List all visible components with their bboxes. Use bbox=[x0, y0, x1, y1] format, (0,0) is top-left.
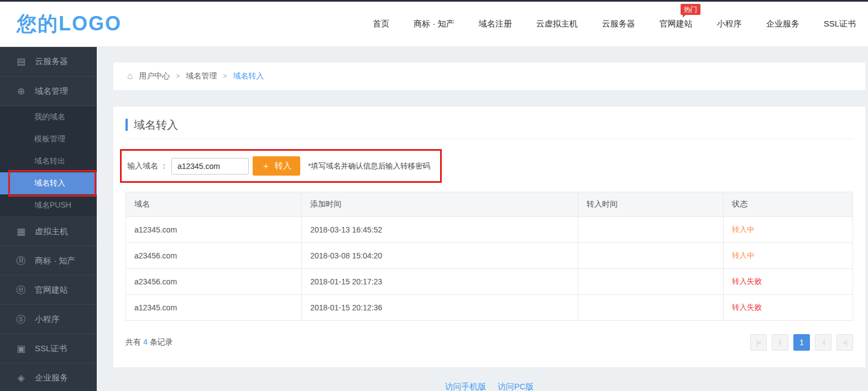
content-area: ⌂ 用户中心 > 域名管理 > 域名转入 域名转入 输入域名 ： ＋ 转入 *填… bbox=[113, 47, 865, 391]
record-count-number: 4 bbox=[143, 337, 148, 346]
domain-input[interactable] bbox=[171, 158, 249, 175]
table-row: a12345.com 2018-01-15 20:12:36 转入失败 bbox=[126, 295, 853, 321]
website-icon: ⓔ bbox=[15, 284, 27, 297]
sidebar-item-label: 云服务器 bbox=[35, 56, 68, 67]
pagination-page-1-button[interactable]: 1 bbox=[793, 334, 810, 351]
breadcrumb-separator: > bbox=[176, 72, 180, 80]
col-header-status: 状态 bbox=[723, 192, 853, 217]
cell-status: 转入失败 bbox=[723, 295, 853, 321]
main-nav: 首页 商标 · 知产 域名注册 云虚拟主机 云服务器 官网建站 热门 小程序 企… bbox=[373, 19, 856, 29]
breadcrumb-domain-management[interactable]: 域名管理 bbox=[186, 71, 217, 81]
record-count-suffix: 条记录 bbox=[150, 337, 173, 346]
form-hint: *填写域名并确认信息后输入转移密码 bbox=[308, 161, 430, 171]
sidebar-item-virtual-host[interactable]: ▦ 虚拟主机 bbox=[0, 216, 97, 246]
sidebar-item-label: 商标 · 知产 bbox=[35, 256, 75, 266]
hot-badge: 热门 bbox=[681, 4, 700, 15]
host-icon: ▦ bbox=[15, 226, 27, 237]
sidebar-item-website-building[interactable]: ⓔ 官网建站 bbox=[0, 275, 97, 304]
sidebar-item-trademark[interactable]: Ⓡ 商标 · 知产 bbox=[0, 246, 97, 275]
cell-transfer-time bbox=[578, 217, 723, 243]
sidebar: ▤ 云服务器 ⊕ 域名管理 我的域名 模板管理 域名转出 域名转入 域名PUSH… bbox=[0, 47, 97, 391]
cell-domain: a23456.com bbox=[126, 243, 302, 269]
miniprogram-icon: ⓢ bbox=[15, 313, 27, 326]
pagination-next-button[interactable]: ›| bbox=[815, 334, 832, 351]
domain-submenu: 我的域名 模板管理 域名转出 域名转入 域名PUSH bbox=[0, 105, 97, 216]
nav-domain-register[interactable]: 域名注册 bbox=[479, 19, 512, 29]
pc-version-link[interactable]: 访问PC版 bbox=[498, 382, 534, 391]
ssl-cert-icon: ▣ bbox=[15, 343, 27, 355]
cloud-server-icon: ▤ bbox=[15, 56, 27, 67]
sidebar-item-label: 域名管理 bbox=[35, 86, 68, 97]
sidebar-item-label: 虚拟主机 bbox=[35, 226, 68, 237]
trademark-icon: Ⓡ bbox=[15, 255, 27, 267]
pagination-first-button[interactable]: |« bbox=[750, 334, 767, 351]
cell-added-time: 2018-03-08 15:04:20 bbox=[302, 243, 578, 269]
nav-trademark[interactable]: 商标 · 知产 bbox=[414, 19, 454, 29]
page-title: 域名转入 bbox=[126, 119, 853, 131]
sidebar-item-label: SSL证书 bbox=[35, 344, 67, 354]
pagination-last-button[interactable]: »| bbox=[836, 334, 853, 351]
record-count-prefix: 共有 bbox=[126, 337, 141, 346]
submenu-domain-transfer-out[interactable]: 域名转出 bbox=[0, 150, 97, 172]
submenu-domain-push[interactable]: 域名PUSH bbox=[0, 194, 97, 216]
header: 您的LOGO 首页 商标 · 知产 域名注册 云虚拟主机 云服务器 官网建站 热… bbox=[0, 2, 868, 47]
sidebar-item-ssl-cert[interactable]: ▣ SSL证书 bbox=[0, 334, 97, 363]
table-row: a23456.com 2018-01-15 20:17:23 转入失败 bbox=[126, 269, 853, 295]
plus-icon: ＋ bbox=[262, 162, 270, 171]
col-header-added-time: 添加时间 bbox=[302, 192, 578, 217]
submenu-my-domains[interactable]: 我的域名 bbox=[0, 106, 97, 128]
pagination: |« |‹ 1 ›| »| bbox=[745, 334, 853, 351]
breadcrumb: ⌂ 用户中心 > 域名管理 > 域名转入 bbox=[113, 62, 865, 90]
col-header-transfer-time: 转入时间 bbox=[578, 192, 723, 217]
submenu-label: 域名转入 bbox=[34, 178, 65, 188]
col-header-domain: 域名 bbox=[126, 192, 302, 217]
table-row: a23456.com 2018-03-08 15:04:20 转入中 bbox=[126, 243, 853, 269]
cell-domain: a12345.com bbox=[126, 217, 302, 243]
enterprise-icon: ◈ bbox=[15, 372, 27, 384]
nav-website-building-label: 官网建站 bbox=[660, 19, 693, 28]
main-panel: 域名转入 输入域名 ： ＋ 转入 *填写域名并确认信息后输入转移密码 域名 添加… bbox=[113, 107, 865, 367]
cell-domain: a12345.com bbox=[126, 295, 302, 321]
cell-status: 转入失败 bbox=[723, 269, 853, 295]
submenu-template-management[interactable]: 模板管理 bbox=[0, 128, 97, 150]
nav-enterprise-services[interactable]: 企业服务 bbox=[766, 19, 799, 29]
sidebar-item-label: 企业服务 bbox=[35, 373, 68, 383]
mobile-version-link[interactable]: 访问手机版 bbox=[445, 382, 486, 391]
cell-added-time: 2018-01-15 20:17:23 bbox=[302, 269, 578, 295]
sidebar-item-enterprise-services[interactable]: ◈ 企业服务 bbox=[0, 363, 97, 391]
logo[interactable]: 您的LOGO bbox=[17, 10, 122, 38]
sidebar-item-cloud-server[interactable]: ▤ 云服务器 bbox=[0, 47, 97, 76]
nav-cloud-virtual-host[interactable]: 云虚拟主机 bbox=[536, 19, 578, 29]
cell-added-time: 2018-03-13 16:45:52 bbox=[302, 217, 578, 243]
nav-home[interactable]: 首页 bbox=[373, 19, 389, 29]
cell-transfer-time bbox=[578, 295, 723, 321]
cell-domain: a23456.com bbox=[126, 269, 302, 295]
nav-ssl-cert[interactable]: SSL证书 bbox=[824, 19, 856, 29]
cell-status: 转入中 bbox=[723, 217, 853, 243]
breadcrumb-separator: > bbox=[223, 72, 227, 80]
cell-added-time: 2018-01-15 20:12:36 bbox=[302, 295, 578, 321]
sidebar-item-domain-management[interactable]: ⊕ 域名管理 bbox=[0, 76, 97, 105]
sidebar-item-label: 小程序 bbox=[35, 314, 60, 325]
cell-status: 转入中 bbox=[723, 243, 853, 269]
record-count: 共有4条记录 bbox=[126, 337, 173, 347]
transfer-in-button[interactable]: ＋ 转入 bbox=[253, 156, 300, 176]
cell-transfer-time bbox=[578, 243, 723, 269]
page-footer: 访问手机版 访问PC版 bbox=[113, 382, 865, 391]
submenu-domain-transfer-in[interactable]: 域名转入 bbox=[0, 172, 97, 194]
home-icon: ⌂ bbox=[127, 71, 133, 82]
globe-icon: ⊕ bbox=[15, 86, 27, 97]
sidebar-item-label: 官网建站 bbox=[35, 285, 68, 295]
domain-input-label: 输入域名 ： bbox=[127, 161, 168, 171]
table-header-row: 域名 添加时间 转入时间 状态 bbox=[126, 192, 853, 217]
nav-miniprogram[interactable]: 小程序 bbox=[717, 19, 742, 29]
nav-website-building[interactable]: 官网建站 热门 bbox=[660, 19, 693, 29]
sidebar-item-miniprogram[interactable]: ⓢ 小程序 bbox=[0, 304, 97, 334]
breadcrumb-user-center[interactable]: 用户中心 bbox=[139, 71, 170, 81]
title-divider bbox=[126, 139, 853, 139]
cell-transfer-time bbox=[578, 269, 723, 295]
pagination-prev-button[interactable]: |‹ bbox=[772, 334, 788, 351]
breadcrumb-domain-transfer-in[interactable]: 域名转入 bbox=[233, 71, 264, 81]
nav-cloud-server[interactable]: 云服务器 bbox=[602, 19, 635, 29]
table-row: a12345.com 2018-03-13 16:45:52 转入中 bbox=[126, 217, 853, 243]
